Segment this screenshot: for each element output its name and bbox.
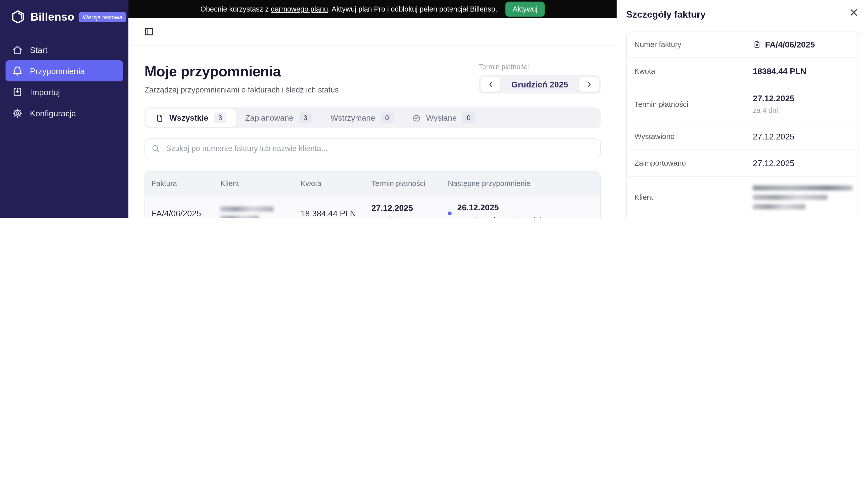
next-reminder-type: Przed terminem płatności: [457, 216, 542, 218]
bell-icon: [12, 66, 23, 76]
table-row[interactable]: FA/4/06/2025 18 384.44 PLN 27.12.2025za …: [145, 196, 600, 218]
tab-label: Wstrzymane: [331, 114, 375, 122]
sidebar-item-przypomnienia[interactable]: Przypomnienia: [5, 60, 123, 82]
col-header-kwota: Kwota: [294, 179, 365, 187]
due-note: za 4 dni: [371, 216, 441, 218]
tab-wyslane[interactable]: Wysłane 0: [403, 109, 485, 127]
invoice-detail-panel: Szczegóły faktury Numer faktury FA/4/06/…: [617, 0, 868, 218]
file-text-icon: [156, 114, 164, 122]
search-bar: [145, 139, 600, 158]
home-icon: [12, 44, 23, 55]
reminders-table: Faktura Klient Kwota Termin płatności Na…: [145, 171, 600, 218]
gear-icon: [12, 108, 23, 118]
tab-label: Wszystkie: [169, 114, 208, 122]
next-month-button[interactable]: [579, 77, 599, 92]
page-title: Moje przypomnienia: [145, 63, 339, 80]
status-dot: [448, 211, 452, 215]
page-subtitle: Zarządzaj przypomnieniami o fakturach i …: [145, 85, 339, 94]
brand-name: Billenso: [30, 10, 74, 23]
tab-zaplanowane[interactable]: Zaplanowane 3: [236, 109, 321, 127]
tab-count-badge: 0: [381, 112, 394, 123]
banner-text-after: . Aktywuj plan Pro i odblokuj pełen pote…: [328, 5, 497, 13]
sidebar: Billenso Wersja testowa Start Przypomnie…: [0, 0, 128, 218]
field-label: Klient: [634, 185, 753, 202]
field-label: Numer faktury: [634, 40, 753, 49]
sidebar-item-importuj[interactable]: Importuj: [5, 82, 123, 102]
brand-logo: Billenso Wersja testowa: [0, 0, 128, 24]
month-navigator: Grudzień 2025: [479, 76, 600, 94]
activate-pro-button[interactable]: Aktywuj: [506, 2, 545, 17]
col-header-klient: Klient: [214, 179, 294, 187]
sidebar-item-label: Konfiguracja: [30, 108, 76, 118]
tab-wszystkie[interactable]: Wszystkie 3: [146, 109, 236, 127]
period-label: Termin płatności: [479, 63, 600, 71]
sidebar-item-start[interactable]: Start: [5, 39, 123, 60]
billenso-hexagon-logo-icon: [10, 9, 25, 24]
current-month-label: Grudzień 2025: [500, 80, 579, 89]
table-header-row: Faktura Klient Kwota Termin płatności Na…: [145, 172, 600, 196]
search-icon: [151, 144, 160, 153]
period-navigator: Termin płatności Grudzień 2025: [479, 63, 600, 93]
field-label: Wystawiono: [634, 132, 753, 141]
next-reminder-date: 26.12.2025: [457, 203, 542, 212]
upgrade-banner: Obecnie korzystasz z darmowego planu. Ak…: [128, 0, 617, 18]
col-header-faktura: Faktura: [145, 179, 214, 187]
due-date-value: 27.12.2025: [753, 93, 794, 103]
test-version-badge: Wersja testowa: [79, 12, 126, 22]
sidebar-item-label: Importuj: [30, 87, 60, 96]
sidebar-item-label: Przypomnienia: [30, 66, 85, 76]
invoice-number: FA/4/06/2025: [145, 209, 214, 218]
free-plan-link[interactable]: darmowego planu: [271, 5, 328, 13]
banner-text: Obecnie korzystasz z darmowego planu. Ak…: [200, 5, 497, 13]
client-redacted: [214, 206, 294, 218]
banner-text-before: Obecnie korzystasz z: [200, 5, 269, 13]
field-label: Termin płatności: [634, 100, 753, 108]
status-tabs: Wszystkie 3 Zaplanowane 3 Wstrzymane 0 W…: [145, 107, 600, 128]
main-column: Obecnie korzystasz z darmowego planu. Ak…: [128, 0, 617, 218]
tab-count-badge: 3: [214, 112, 227, 123]
due-date: 27.12.2025: [371, 203, 441, 212]
imported-date-value: 27.12.2025: [753, 158, 794, 168]
check-circle-icon: [412, 114, 421, 122]
close-icon: [849, 8, 859, 17]
main-topbar: [128, 18, 617, 46]
sidebar-toggle-button[interactable]: [144, 27, 154, 37]
field-label: Kwota: [634, 67, 753, 76]
tab-wstrzymane[interactable]: Wstrzymane 0: [321, 109, 403, 127]
import-icon: [12, 87, 23, 97]
invoice-details-card: Numer faktury FA/4/06/2025 Kwota 18384.4…: [626, 32, 859, 218]
close-panel-button[interactable]: [849, 8, 859, 17]
invoice-number-value: FA/4/06/2025: [765, 40, 815, 49]
client-redacted: [753, 185, 853, 209]
sidebar-item-label: Start: [30, 45, 48, 55]
sidebar-item-konfiguracja[interactable]: Konfiguracja: [5, 102, 123, 124]
due-note-value: za 4 dni: [753, 106, 794, 115]
app-root: Billenso Wersja testowa Start Przypomnie…: [0, 0, 868, 218]
tab-label: Zaplanowane: [245, 114, 293, 122]
amount-value: 18384.44 PLN: [753, 66, 806, 76]
chevron-left-icon: [487, 81, 494, 88]
tab-label: Wysłane: [426, 114, 457, 122]
sidebar-nav: Start Przypomnienia Importuj Konfiguracj…: [0, 39, 128, 123]
field-label: Zaimportowano: [634, 159, 753, 167]
amount: 18 384.44 PLN: [294, 209, 365, 218]
main-content: Moje przypomnienia Zarządzaj przypomnien…: [128, 46, 617, 218]
tab-count-badge: 0: [462, 112, 475, 123]
file-text-icon: [753, 40, 761, 49]
col-header-termin: Termin płatności: [365, 179, 441, 187]
panel-title: Szczegóły faktury: [626, 0, 859, 21]
issued-date-value: 27.12.2025: [753, 132, 794, 141]
col-header-nastepne: Następne przypomnienie: [441, 179, 600, 187]
prev-month-button[interactable]: [480, 77, 500, 92]
chevron-right-icon: [585, 81, 593, 88]
tab-count-badge: 3: [299, 112, 312, 123]
search-input[interactable]: [145, 139, 600, 158]
